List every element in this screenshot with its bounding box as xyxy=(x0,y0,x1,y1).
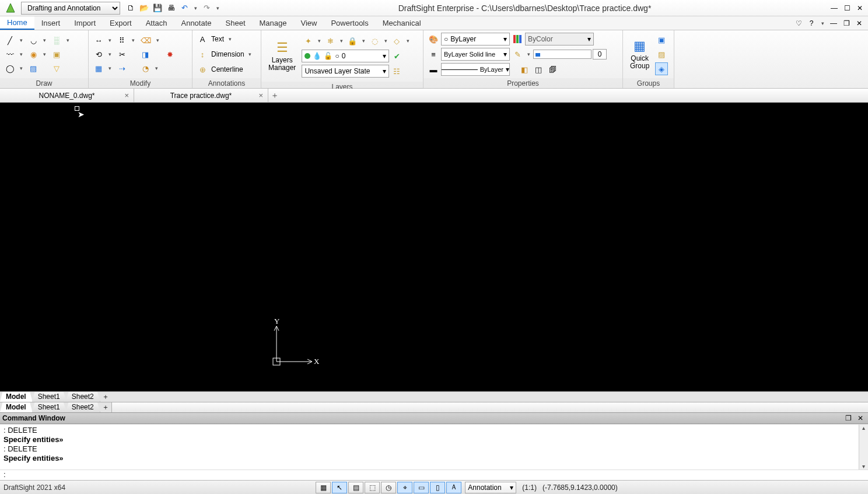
centerline-label[interactable]: Centerline xyxy=(211,65,243,73)
command-window-header[interactable]: Command Window ❐ ✕ xyxy=(0,412,868,424)
new-document-tab[interactable]: ＋ xyxy=(268,89,281,102)
layer-tools-icon[interactable]: ☷ xyxy=(390,65,403,78)
layer-lock-dd[interactable]: ▾ xyxy=(360,38,367,44)
circle-dropdown[interactable]: ▾ xyxy=(18,65,24,71)
trim-icon[interactable]: ✂ xyxy=(116,48,128,61)
linestyle-icon[interactable]: ≡ xyxy=(427,48,440,61)
layer-new-icon[interactable]: ✦ xyxy=(302,34,314,47)
dimension-icon[interactable]: ↕ xyxy=(196,48,209,61)
status-snap-icon[interactable]: ▦ xyxy=(316,482,331,493)
help-dropdown-icon[interactable]: ▾ xyxy=(819,18,826,29)
doc-restore-button[interactable]: ❐ xyxy=(841,18,852,29)
active-layer-combo[interactable]: 💧 🔓 ○ 0 ▾ xyxy=(302,50,389,62)
status-lwt-icon[interactable]: ▯ xyxy=(430,482,445,493)
undo-icon[interactable]: ↶ xyxy=(178,2,190,14)
lineweight-icon[interactable]: ▬ xyxy=(427,63,440,76)
arc-dropdown[interactable]: ▾ xyxy=(41,37,48,43)
text-dropdown[interactable]: ▾ xyxy=(226,36,233,42)
color-combo[interactable]: ○ ByLayer ▾ xyxy=(441,33,510,45)
layer-apply-icon[interactable]: ✔ xyxy=(390,50,403,62)
rotate-icon[interactable]: ⟲ xyxy=(92,48,105,61)
save-icon[interactable]: 💾 xyxy=(152,2,163,14)
region-icon[interactable]: ▣ xyxy=(50,48,63,61)
status-grid-icon[interactable]: ▤ xyxy=(348,482,363,493)
close-button[interactable]: ✕ xyxy=(854,3,866,13)
sheet-tab-model[interactable]: Model xyxy=(0,402,33,412)
annotation-scale-combo[interactable]: Annotation ▾ xyxy=(465,482,516,493)
add-sheet-button[interactable]: ＋ xyxy=(100,402,111,412)
props-tool2-icon[interactable]: ◫ xyxy=(532,63,545,76)
help-icon[interactable]: ? xyxy=(806,18,817,29)
add-sheet-button[interactable]: ＋ xyxy=(100,392,111,402)
layer-iso-dd[interactable]: ▾ xyxy=(404,38,411,44)
lineweight-combo[interactable]: ByLayer ▾ xyxy=(441,63,510,76)
ribbon-tab-annotate[interactable]: Annotate xyxy=(174,16,218,30)
command-window-restore-icon[interactable]: ❐ xyxy=(843,413,853,423)
array-dropdown[interactable]: ▾ xyxy=(106,65,113,71)
status-anno-icon[interactable]: Ａ xyxy=(446,482,461,493)
polyline-dropdown[interactable]: ▾ xyxy=(18,51,24,57)
ribbon-tab-import[interactable]: Import xyxy=(67,16,103,30)
ungroup-icon[interactable]: ▨ xyxy=(655,48,668,61)
ribbon-tab-export[interactable]: Export xyxy=(103,16,139,30)
ribbon-tab-manage[interactable]: Manage xyxy=(253,16,294,30)
redo-icon[interactable]: ↷ xyxy=(201,2,212,14)
sheet-tab-model[interactable]: Model xyxy=(0,392,33,402)
dimension-label[interactable]: Dimension xyxy=(211,50,244,58)
sheet-scroll-area[interactable] xyxy=(111,402,868,412)
line-dropdown[interactable]: ▾ xyxy=(18,37,24,43)
ribbon-tab-insert[interactable]: Insert xyxy=(34,16,68,30)
layer-freeze-dd[interactable]: ▾ xyxy=(338,38,345,44)
document-tab[interactable]: Trace practice.dwg*× xyxy=(134,89,268,102)
open-file-icon[interactable]: 📂 xyxy=(138,2,150,14)
ribbon-tab-sheet[interactable]: Sheet xyxy=(219,16,253,30)
status-cursor-icon[interactable]: ↖ xyxy=(332,482,347,493)
minimize-button[interactable]: — xyxy=(828,3,840,13)
ribbon-tab-mechanical[interactable]: Mechanical xyxy=(376,16,428,30)
ribbon-tab-home[interactable]: Home xyxy=(0,16,34,30)
erase-dropdown[interactable]: ▾ xyxy=(154,37,161,43)
layer-new-dd[interactable]: ▾ xyxy=(316,38,323,44)
fillet-dropdown[interactable]: ▾ xyxy=(153,65,160,71)
linestyle-combo[interactable]: ByLayer Solid line ▾ xyxy=(441,48,510,61)
layer-state-combo[interactable]: Unsaved Layer State ▾ xyxy=(302,65,389,78)
layer-lock-icon[interactable]: 🔒 xyxy=(346,34,359,47)
point-dropdown[interactable]: ▾ xyxy=(64,37,71,43)
quick-group-button[interactable]: ▦ Quick Group xyxy=(626,37,653,71)
explode-icon[interactable]: ✸ xyxy=(163,48,176,61)
status-polar-icon[interactable]: ◷ xyxy=(381,482,396,493)
ribbon-tab-attach[interactable]: Attach xyxy=(139,16,174,30)
arc-icon[interactable]: ◡ xyxy=(27,34,40,47)
ribbon-tab-view[interactable]: View xyxy=(294,16,324,30)
layer-off-icon[interactable]: ◌ xyxy=(368,34,381,47)
ellipse-dropdown[interactable]: ▾ xyxy=(41,51,48,57)
close-tab-icon[interactable]: × xyxy=(124,91,129,100)
workspace-select[interactable]: Drafting and Annotation xyxy=(21,2,120,15)
sheet-tab-sheet1[interactable]: Sheet1 xyxy=(32,392,66,402)
layer-off-dd[interactable]: ▾ xyxy=(382,38,389,44)
redo-dropdown-icon[interactable]: ▾ xyxy=(214,2,221,14)
pattern-dropdown[interactable]: ▾ xyxy=(130,37,136,43)
ellipse-icon[interactable]: ◉ xyxy=(27,48,40,61)
close-tab-icon[interactable]: × xyxy=(258,91,263,100)
circle-icon[interactable]: ◯ xyxy=(4,62,16,75)
rotate-dropdown[interactable]: ▾ xyxy=(106,51,113,57)
text-label[interactable]: Text xyxy=(211,35,224,43)
lineweight-value[interactable] xyxy=(593,49,607,59)
status-ortho-icon[interactable]: ⬚ xyxy=(365,482,380,493)
polyline-icon[interactable]: 〰 xyxy=(4,48,16,61)
line-icon[interactable]: ╱ xyxy=(4,34,16,47)
dimension-dropdown[interactable]: ▾ xyxy=(247,51,254,57)
print-icon[interactable]: 🖶 xyxy=(165,2,177,14)
props-tool3-icon[interactable]: 🗐 xyxy=(546,63,559,76)
command-scrollbar[interactable]: ▴▾ xyxy=(859,425,868,470)
favorite-icon[interactable]: ♡ xyxy=(793,18,804,29)
layers-manager-button[interactable]: ☰ Layers Manager xyxy=(265,33,299,79)
sheet-tab-sheet2[interactable]: Sheet2 xyxy=(66,402,100,412)
sheet-tab-sheet1[interactable]: Sheet1 xyxy=(32,402,66,412)
bycolor-combo[interactable]: ByColor ▾ xyxy=(525,33,594,45)
sheet-tab-sheet2[interactable]: Sheet2 xyxy=(66,392,100,402)
match-props-icon[interactable]: ✎ xyxy=(511,48,524,61)
command-window-close-icon[interactable]: ✕ xyxy=(855,413,866,423)
erase-icon[interactable]: ⌫ xyxy=(139,34,153,47)
